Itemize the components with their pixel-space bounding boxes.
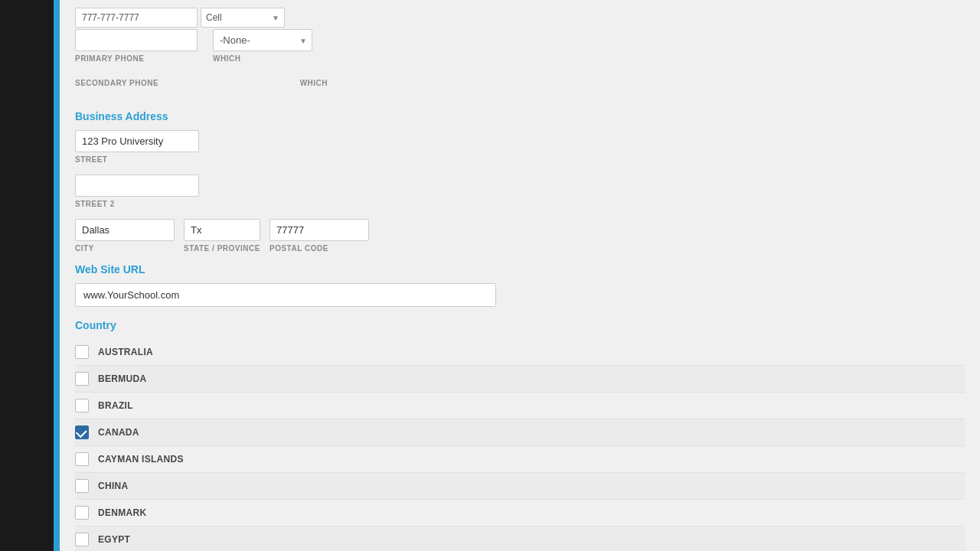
- which-select-wrapper[interactable]: -None- Cell Work Home ▼: [213, 29, 312, 51]
- secondary-phone-row: SECONDARY PHONE WHICH: [75, 75, 965, 89]
- country-name-canada: CANADA: [98, 427, 139, 438]
- country-row-brazil: BRAZIL: [75, 393, 965, 419]
- street-row: STREET: [75, 130, 965, 164]
- country-name-australia: AUSTRALIA: [98, 347, 153, 357]
- website-row: [75, 283, 965, 307]
- top-phone-input[interactable]: [75, 8, 198, 28]
- country-name-cayman: CAYMAN ISLANDS: [98, 454, 184, 465]
- top-phone-row: Cell Work Home ▼: [75, 8, 965, 28]
- country-name-brazil: BRAZIL: [98, 400, 133, 411]
- checkbox-china[interactable]: [75, 479, 89, 493]
- website-section: Web Site URL: [75, 263, 965, 307]
- primary-phone-col: PRIMARY PHONE: [75, 29, 198, 63]
- checkbox-cayman[interactable]: [75, 452, 89, 466]
- primary-phone-label: PRIMARY PHONE: [75, 54, 198, 63]
- top-which-dropdown[interactable]: Cell Work Home: [201, 8, 284, 27]
- state-label: STATE / PROVINCE: [184, 244, 260, 253]
- checkbox-canada[interactable]: [75, 425, 89, 439]
- primary-phone-section: PRIMARY PHONE -None- Cell Work Home ▼ WH…: [75, 29, 965, 63]
- secondary-which-label: WHICH: [300, 79, 328, 87]
- website-header: Web Site URL: [75, 263, 965, 276]
- checkbox-brazil[interactable]: [75, 399, 89, 412]
- street2-row: STREET 2: [75, 174, 965, 208]
- country-name-denmark: DENMARK: [98, 507, 146, 518]
- country-section: Country AUSTRALIA BERMUDA BRAZIL CANADA: [75, 319, 965, 551]
- street-input[interactable]: [75, 130, 199, 152]
- postal-label: POSTAL CODE: [270, 244, 369, 253]
- checkbox-bermuda[interactable]: [75, 372, 89, 386]
- which-label: WHICH: [213, 54, 312, 63]
- country-row-china: CHINA: [75, 473, 965, 500]
- which-col: -None- Cell Work Home ▼ WHICH: [213, 29, 312, 63]
- street2-input[interactable]: [75, 174, 199, 197]
- state-col: STATE / PROVINCE: [184, 219, 260, 253]
- street2-label: STREET 2: [75, 200, 965, 208]
- country-row-egypt: EGYPT: [75, 527, 965, 551]
- sidebar-blue: [54, 0, 60, 551]
- street-label: STREET: [75, 155, 965, 164]
- main-content: Cell Work Home ▼ PRIMARY PHONE -None- Ce…: [60, 0, 980, 551]
- checkbox-egypt[interactable]: [75, 533, 89, 546]
- country-row-australia: AUSTRALIA: [75, 339, 965, 366]
- country-name-china: CHINA: [98, 481, 129, 491]
- website-input[interactable]: [75, 283, 496, 307]
- secondary-phone-label: SECONDARY PHONE: [75, 79, 158, 87]
- country-header: Country: [75, 319, 965, 331]
- city-state-zip-row: CITY STATE / PROVINCE POSTAL CODE: [75, 219, 965, 253]
- country-row-cayman: CAYMAN ISLANDS: [75, 446, 965, 473]
- checkbox-denmark[interactable]: [75, 506, 89, 520]
- city-input[interactable]: [75, 219, 175, 241]
- state-input[interactable]: [184, 219, 260, 241]
- country-row-bermuda: BERMUDA: [75, 366, 965, 393]
- country-name-bermuda: BERMUDA: [98, 373, 146, 384]
- postal-col: POSTAL CODE: [270, 219, 369, 253]
- country-row-canada: CANADA: [75, 419, 965, 446]
- sidebar-dark: [0, 0, 54, 551]
- country-list: AUSTRALIA BERMUDA BRAZIL CANADA CAYMAN I: [75, 339, 965, 551]
- city-col: CITY: [75, 219, 175, 253]
- country-name-egypt: EGYPT: [98, 534, 130, 545]
- which-dropdown[interactable]: -None- Cell Work Home: [214, 30, 312, 51]
- postal-input[interactable]: [270, 219, 369, 241]
- primary-phone-input[interactable]: [75, 29, 198, 51]
- country-row-denmark: DENMARK: [75, 500, 965, 527]
- checkbox-australia[interactable]: [75, 345, 89, 359]
- city-label: CITY: [75, 244, 175, 253]
- top-which-select[interactable]: Cell Work Home ▼: [201, 8, 285, 28]
- business-address-header: Business Address: [75, 110, 965, 122]
- form-area: Cell Work Home ▼ PRIMARY PHONE -None- Ce…: [60, 0, 980, 551]
